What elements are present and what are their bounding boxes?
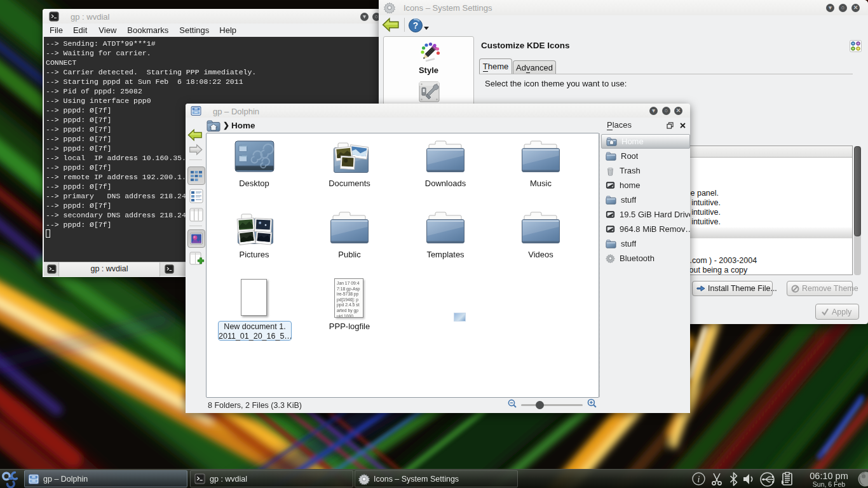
svg-text:i: i <box>698 475 700 484</box>
svg-text:?: ? <box>413 20 419 30</box>
